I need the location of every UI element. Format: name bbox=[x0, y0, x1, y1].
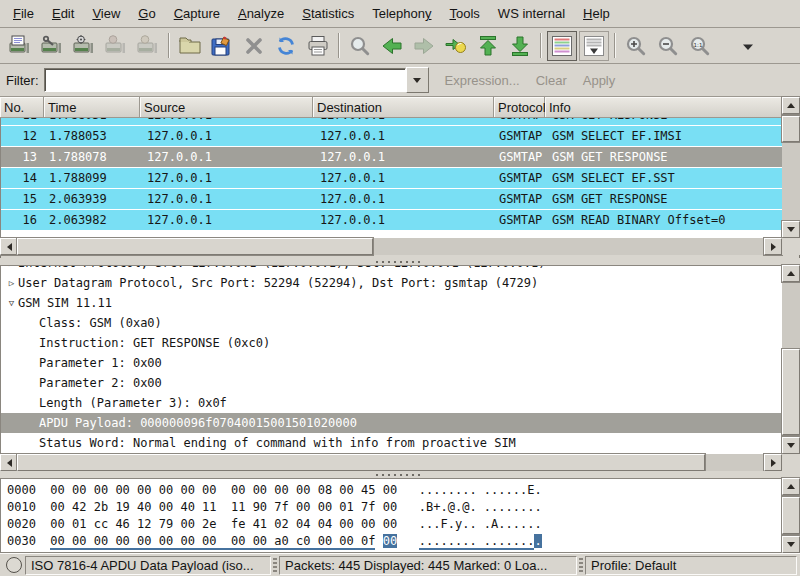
packet-list-hscrollbar[interactable] bbox=[0, 238, 782, 255]
zoom-in-button[interactable] bbox=[621, 31, 651, 61]
pane-splitter-top[interactable] bbox=[0, 258, 800, 265]
hex-byte-selected: 00 bbox=[383, 534, 397, 548]
pane-splitter-bottom[interactable] bbox=[0, 471, 800, 478]
menu-file[interactable]: File bbox=[4, 1, 43, 26]
expression-button[interactable]: Expression... bbox=[445, 73, 520, 88]
menu-help[interactable]: Help bbox=[574, 1, 619, 26]
file-close-icon bbox=[242, 34, 266, 58]
column-header-protocol[interactable]: Protocol bbox=[494, 97, 545, 118]
tree-row-4[interactable]: Instruction: GET RESPONSE (0xc0) bbox=[1, 333, 782, 353]
packet-row-11[interactable]: 111.788031127.0.0.1127.0.0.1GSMTAPGSM GE… bbox=[1, 118, 782, 126]
menu-capture[interactable]: Capture bbox=[165, 1, 229, 26]
menu-analyze[interactable]: Analyze bbox=[229, 1, 293, 26]
hex-row-0030[interactable]: 0030 00 00 00 00 00 00 00 00 00 00 a0 c0… bbox=[7, 533, 782, 550]
column-header-time[interactable]: Time bbox=[44, 97, 140, 118]
details-vscrollbar[interactable] bbox=[782, 265, 800, 454]
packet-list-vscrollbar[interactable] bbox=[782, 97, 800, 238]
zoom-actual-button[interactable]: 1:1 bbox=[685, 31, 715, 61]
hex-bytes: 00 00 00 00 00 00 00 00 00 00 00 00 08 0… bbox=[50, 483, 397, 497]
go-bottom-button[interactable] bbox=[505, 31, 535, 61]
tree-row-9[interactable]: Status Word: Normal ending of command wi… bbox=[1, 433, 782, 453]
capture-options-button[interactable] bbox=[37, 31, 67, 61]
scroll-down-button[interactable] bbox=[782, 221, 800, 238]
cell-protocol: GSMTAP bbox=[495, 118, 546, 125]
hex-row-0020[interactable]: 0020 00 01 cc 46 12 79 00 2e fe 41 02 04… bbox=[7, 516, 782, 533]
expander-closed-icon[interactable]: ▷ bbox=[5, 273, 18, 293]
menu-ws-internal[interactable]: WS internal bbox=[489, 1, 574, 26]
scroll-left-button[interactable] bbox=[0, 238, 18, 255]
packet-row-13[interactable]: 131.788078127.0.0.1127.0.0.1GSMTAPGSM GE… bbox=[1, 147, 782, 168]
capture-start-button[interactable] bbox=[69, 31, 99, 61]
column-header-destination[interactable]: Destination bbox=[313, 97, 494, 118]
arrow-down-icon bbox=[787, 443, 795, 448]
scroll-right-button[interactable] bbox=[764, 454, 782, 471]
packet-row-12[interactable]: 121.788053127.0.0.1127.0.0.1GSMTAPGSM SE… bbox=[1, 126, 782, 147]
scroll-up-button[interactable] bbox=[782, 265, 800, 282]
scroll-left-button[interactable] bbox=[0, 454, 18, 471]
tree-row-6[interactable]: Parameter 2: 0x00 bbox=[1, 373, 782, 393]
go-to-packet-button[interactable] bbox=[441, 31, 471, 61]
filter-dropdown-button[interactable] bbox=[406, 67, 429, 93]
overflow-button[interactable] bbox=[733, 31, 763, 61]
hex-dump: 0000 00 00 00 00 00 00 00 00 00 00 00 00… bbox=[0, 478, 782, 553]
print-button[interactable] bbox=[303, 31, 333, 61]
expert-info-icon[interactable] bbox=[6, 557, 22, 573]
tree-row-8[interactable]: APDU Payload: 000000096f0704001500150102… bbox=[1, 413, 782, 433]
file-save-button[interactable] bbox=[207, 31, 237, 61]
expander-closed-icon[interactable]: ▷ bbox=[5, 266, 18, 273]
scroll-thumb[interactable] bbox=[17, 454, 705, 471]
scroll-up-button[interactable] bbox=[782, 97, 800, 114]
apply-button[interactable]: Apply bbox=[583, 73, 616, 88]
scroll-down-button[interactable] bbox=[782, 536, 800, 553]
packet-row-16[interactable]: 162.063982127.0.0.1127.0.0.1GSMTAPGSM RE… bbox=[1, 210, 782, 231]
hex-offset: 0010 bbox=[7, 500, 36, 514]
file-open-button[interactable] bbox=[175, 31, 205, 61]
menu-edit[interactable]: Edit bbox=[43, 1, 83, 26]
column-header-source[interactable]: Source bbox=[140, 97, 313, 118]
menu-telephony[interactable]: Telephony bbox=[363, 1, 440, 26]
cell-source: 127.0.0.1 bbox=[141, 189, 314, 209]
interfaces-icon bbox=[8, 34, 32, 58]
hex-row-0000[interactable]: 0000 00 00 00 00 00 00 00 00 00 00 00 00… bbox=[7, 482, 782, 499]
tree-row-0[interactable]: ▷Internet Protocol, Src: 127.0.0.1 (127.… bbox=[1, 266, 782, 273]
arrow-left-icon bbox=[7, 243, 12, 251]
scroll-thumb[interactable] bbox=[782, 349, 800, 435]
go-top-button[interactable] bbox=[473, 31, 503, 61]
expander-open-icon[interactable]: ▽ bbox=[5, 293, 18, 313]
menu-tools[interactable]: Tools bbox=[441, 1, 489, 26]
zoom-out-button[interactable] bbox=[653, 31, 683, 61]
packet-row-15[interactable]: 152.063939127.0.0.1127.0.0.1GSMTAPGSM GE… bbox=[1, 189, 782, 210]
scroll-down-button[interactable] bbox=[782, 437, 800, 454]
tree-row-5[interactable]: Parameter 1: 0x00 bbox=[1, 353, 782, 373]
scroll-up-button[interactable] bbox=[782, 478, 800, 495]
scroll-thumb[interactable] bbox=[17, 238, 373, 255]
go-back-button[interactable] bbox=[377, 31, 407, 61]
reload-button[interactable] bbox=[271, 31, 301, 61]
scroll-right-button[interactable] bbox=[764, 238, 782, 255]
packet-row-14[interactable]: 141.788099127.0.0.1127.0.0.1GSMTAPGSM SE… bbox=[1, 168, 782, 189]
column-header-no-[interactable]: No. bbox=[0, 97, 44, 118]
clear-button[interactable]: Clear bbox=[536, 73, 567, 88]
menu-go[interactable]: Go bbox=[129, 1, 164, 26]
tree-row-2[interactable]: ▽GSM SIM 11.11 bbox=[1, 293, 782, 313]
column-header-info[interactable]: Info bbox=[545, 97, 782, 118]
scroll-thumb[interactable] bbox=[782, 116, 800, 142]
autoscroll-button[interactable] bbox=[579, 31, 609, 61]
tree-row-3[interactable]: Class: GSM (0xa0) bbox=[1, 313, 782, 333]
tree-row-1[interactable]: ▷User Datagram Protocol, Src Port: 52294… bbox=[1, 273, 782, 293]
interfaces-button[interactable] bbox=[5, 31, 35, 61]
arrow-up-icon bbox=[787, 484, 795, 489]
find-button[interactable] bbox=[345, 31, 375, 61]
hex-offset: 0000 bbox=[7, 483, 36, 497]
hex-vscrollbar[interactable] bbox=[782, 478, 800, 553]
file-close-button[interactable] bbox=[239, 31, 269, 61]
filter-input[interactable] bbox=[44, 68, 406, 92]
menu-view[interactable]: View bbox=[83, 1, 129, 26]
colorize-button[interactable] bbox=[547, 31, 577, 61]
menu-statistics[interactable]: Statistics bbox=[293, 1, 363, 26]
scroll-thumb[interactable] bbox=[782, 497, 800, 534]
cell-info: GSM SELECT EF.SST bbox=[546, 168, 782, 188]
details-hscrollbar[interactable] bbox=[0, 454, 782, 471]
tree-row-7[interactable]: Length (Parameter 3): 0x0f bbox=[1, 393, 782, 413]
hex-row-0010[interactable]: 0010 00 42 2b 19 40 00 40 11 11 90 7f 00… bbox=[7, 499, 782, 516]
